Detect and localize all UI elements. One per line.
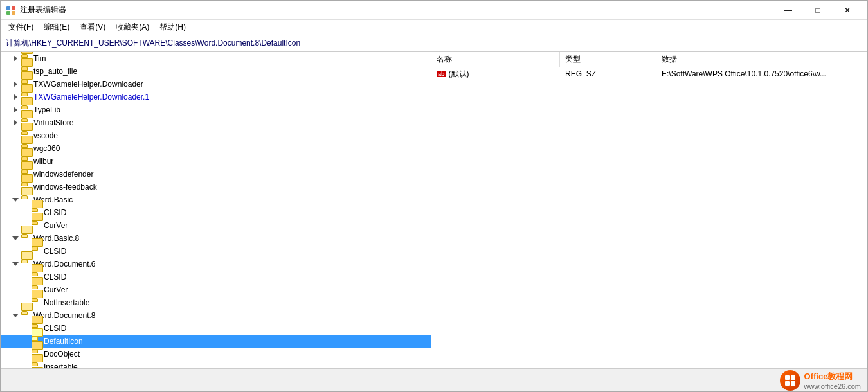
tree-item-worddoc8[interactable]: Word.Document.8 — [1, 309, 431, 322]
toggle-worddoc8-defaulticon — [21, 336, 32, 346]
menu-edit[interactable]: 编辑(E) — [39, 21, 75, 35]
svg-rect-3 — [12, 11, 15, 15]
tree-item-wordbasic-clsid[interactable]: CLSID — [1, 206, 431, 219]
tree-item-worddoc6-clsid[interactable]: CLSID — [1, 271, 431, 283]
logo-icon — [780, 370, 800, 391]
ab-icon: ab — [437, 71, 446, 77]
toggle-worddoc6[interactable] — [11, 259, 21, 269]
maximize-button[interactable]: □ — [803, 1, 833, 20]
logo-sub-text: www.office26.com — [804, 382, 861, 390]
right-panel-header: 名称 类型 数据 — [431, 52, 867, 67]
svg-rect-6 — [785, 381, 790, 386]
right-panel: 名称 类型 数据 ab (默认) REG_SZ E:\SoftWare\WPS … — [431, 52, 867, 368]
tree-item-typelib[interactable]: TypeLib — [1, 103, 431, 116]
tree-item-worddoc6-curver[interactable]: CurVer — [1, 283, 431, 296]
window-title: 注册表编辑器 — [20, 4, 773, 15]
tree-item-worddoc8-clsid[interactable]: CLSID — [1, 322, 431, 335]
tree-item-txw1[interactable]: TXWGameleHelper.Downloader — [1, 78, 431, 91]
tree-item-wordbasic-curver[interactable]: CurVer — [1, 219, 431, 232]
logo-badge: Office教程网 www.office26.com — [780, 370, 861, 391]
toggle-wfb — [11, 182, 21, 192]
toggle-tsp — [11, 66, 21, 76]
toggle-tim[interactable] — [11, 53, 21, 64]
toggle-vstore[interactable] — [11, 118, 21, 128]
tree-item-tim[interactable]: Tim — [1, 52, 431, 65]
main-content: Tim tsp_auto_file TXWGameleHelper.Downlo… — [1, 52, 867, 368]
tree-panel[interactable]: Tim tsp_auto_file TXWGameleHelper.Downlo… — [1, 52, 431, 368]
toggle-wordbasic8[interactable] — [11, 233, 21, 244]
tree-item-wordbasic8[interactable]: Word.Basic.8 — [1, 232, 431, 245]
tree-item-wilbur[interactable]: wilbur — [1, 155, 431, 168]
menu-view[interactable]: 查看(V) — [75, 21, 111, 35]
tree-item-wfb[interactable]: windows-feedback — [1, 181, 431, 193]
menu-file[interactable]: 文件(F) — [3, 21, 39, 35]
window-icon — [6, 5, 16, 15]
col-header-name: 名称 — [431, 52, 560, 67]
toggle-wordbasic[interactable] — [11, 195, 21, 205]
title-bar: 注册表编辑器 — □ ✕ — [1, 1, 867, 20]
menu-bar: 文件(F) 编辑(E) 查看(V) 收藏夹(A) 帮助(H) — [1, 20, 867, 35]
toggle-wdef — [11, 169, 21, 179]
toggle-typelib[interactable] — [11, 105, 21, 115]
toggle-vscode — [11, 130, 21, 141]
col-header-type: 类型 — [560, 52, 656, 67]
close-button[interactable]: ✕ — [833, 1, 862, 20]
cell-data: E:\SoftWare\WPS Office\10.1.0.7520\offic… — [656, 67, 867, 80]
tree-item-wordbasic8-clsid[interactable]: CLSID — [1, 245, 431, 258]
svg-rect-5 — [791, 375, 795, 380]
svg-rect-0 — [6, 6, 10, 10]
window-controls: — □ ✕ — [773, 1, 862, 20]
cell-name: ab (默认) — [431, 67, 560, 80]
tree-item-vscode[interactable]: vscode — [1, 129, 431, 142]
cell-name-text: (默认) — [449, 69, 469, 80]
toggle-worddoc6-curver — [21, 285, 32, 295]
menu-help[interactable]: 帮助(H) — [154, 21, 191, 35]
tree-item-worddoc8-insertable[interactable]: Insertable — [1, 361, 431, 368]
logo-text: Office教程网 www.office26.com — [804, 371, 861, 390]
cell-type: REG_SZ — [560, 67, 656, 80]
toggle-worddoc8-clsid — [21, 323, 32, 334]
svg-rect-4 — [785, 375, 790, 380]
toggle-wilbur — [11, 156, 21, 166]
tree-item-worddoc6-notinsertable[interactable]: NotInsertable — [1, 296, 431, 309]
toggle-wgc360 — [11, 143, 21, 154]
toggle-wordbasic-clsid — [21, 208, 32, 218]
svg-rect-7 — [791, 381, 795, 386]
svg-rect-1 — [12, 6, 15, 10]
col-header-data: 数据 — [656, 52, 867, 67]
address-text: 计算机\HKEY_CURRENT_USER\SOFTWARE\Classes\W… — [6, 38, 300, 49]
tree-item-wgc360[interactable]: wgc360 — [1, 142, 431, 155]
toggle-worddoc8-docobject — [21, 349, 32, 359]
minimize-button[interactable]: — — [773, 1, 803, 20]
toggle-txw2[interactable] — [11, 92, 21, 102]
status-bar: Office教程网 www.office26.com — [1, 368, 867, 391]
toggle-worddoc8[interactable] — [11, 310, 21, 321]
toggle-txw1[interactable] — [11, 79, 21, 89]
tree-item-wdef[interactable]: windowsdefender — [1, 168, 431, 181]
tree-item-txw2[interactable]: TXWGameleHelper.Downloader.1 — [1, 91, 431, 103]
tree-item-tsp[interactable]: tsp_auto_file — [1, 65, 431, 78]
tree-item-worddoc6[interactable]: Word.Document.6 — [1, 258, 431, 271]
svg-rect-2 — [6, 11, 10, 15]
toggle-worddoc6-clsid — [21, 272, 32, 282]
tree-item-wordbasic[interactable]: Word.Basic — [1, 193, 431, 206]
tree-item-worddoc8-defaulticon[interactable]: DefaultIcon — [1, 335, 431, 348]
menu-favorites[interactable]: 收藏夹(A) — [111, 21, 154, 35]
address-bar: 计算机\HKEY_CURRENT_USER\SOFTWARE\Classes\W… — [1, 35, 867, 52]
tree-item-vstore[interactable]: VirtualStore — [1, 116, 431, 129]
toggle-worddoc8-insertable — [21, 362, 32, 368]
right-panel-row-default[interactable]: ab (默认) REG_SZ E:\SoftWare\WPS Office\10… — [431, 67, 867, 80]
tree-item-worddoc8-docobject[interactable]: DocObject — [1, 348, 431, 361]
regedit-window: 注册表编辑器 — □ ✕ 文件(F) 编辑(E) 查看(V) 收藏夹(A) 帮助… — [0, 0, 868, 392]
logo-main-text: Office教程网 — [804, 371, 861, 382]
